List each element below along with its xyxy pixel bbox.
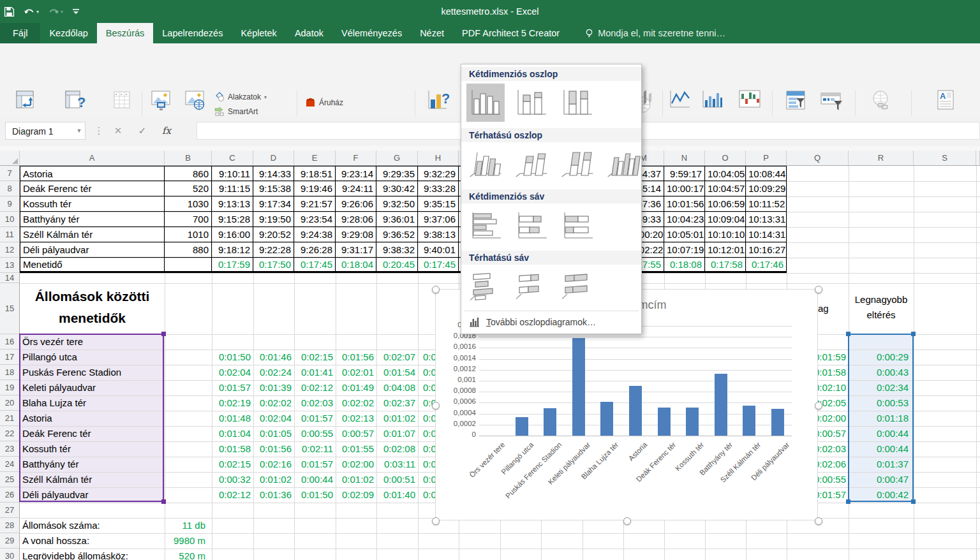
column-header-P[interactable]: P <box>746 151 787 166</box>
chart-type-tile-bar3d-stacked[interactable] <box>512 267 551 306</box>
cell-B9[interactable]: 1030 <box>165 196 212 212</box>
cell-E25[interactable]: 0:00:44 <box>294 472 336 487</box>
cell-D10[interactable]: 9:19:50 <box>253 212 294 227</box>
cell-N12[interactable]: 10:07:19 <box>664 242 705 258</box>
cell-N7[interactable]: 9:59:17 <box>664 166 705 181</box>
cell-G20[interactable]: 0:02:37 <box>376 395 418 411</box>
chart-type-tile-col-100[interactable] <box>558 84 597 122</box>
tab-beszuras[interactable]: Beszúrás <box>97 23 153 43</box>
cell-H8[interactable]: 9:33:28 <box>418 181 459 196</box>
chart-type-tile-col-clustered[interactable] <box>466 84 505 122</box>
cell-F11[interactable]: 9:29:08 <box>336 227 376 242</box>
stat-value-29[interactable]: 9980 m <box>165 533 212 549</box>
cell-H7[interactable]: 9:32:29 <box>418 166 459 181</box>
cell-O13[interactable]: 0:17:58 <box>705 258 746 273</box>
cell-F10[interactable]: 9:28:06 <box>336 212 376 227</box>
cell-D13[interactable]: 0:17:50 <box>253 258 294 273</box>
cell-A13[interactable]: Menetidő <box>20 258 165 273</box>
cell-G7[interactable]: 9:29:35 <box>376 166 418 181</box>
cell-P12[interactable]: 10:16:27 <box>746 242 787 258</box>
cell-E9[interactable]: 9:21:57 <box>294 196 336 212</box>
cell-G23[interactable]: 0:02:08 <box>376 441 418 457</box>
cell-C10[interactable]: 9:15:28 <box>212 212 253 227</box>
shapes-button[interactable]: Alakzatok▾ <box>214 92 267 102</box>
cell-A7[interactable]: Astoria <box>20 166 165 181</box>
cell-C19[interactable]: 0:01:57 <box>212 380 253 395</box>
column-header-F[interactable]: F <box>336 151 376 166</box>
cell-E24[interactable]: 0:01:57 <box>294 457 336 472</box>
cell-F17[interactable]: 0:01:56 <box>336 350 376 365</box>
cell-G26[interactable]: 0:01:40 <box>376 487 418 503</box>
cell-G10[interactable]: 9:36:01 <box>376 212 418 227</box>
cell-E13[interactable]: 0:17:45 <box>294 258 336 273</box>
fx-icon[interactable]: fx <box>158 122 175 140</box>
cell-D26[interactable]: 0:01:36 <box>253 487 294 503</box>
chart-bar-4[interactable] <box>600 402 613 436</box>
chart-resize-handle[interactable] <box>432 286 440 293</box>
chart-category-range-border[interactable] <box>19 334 164 502</box>
cell-E7[interactable]: 9:18:51 <box>294 166 336 181</box>
chart-bar-10[interactable] <box>771 409 784 436</box>
cell-G8[interactable]: 9:30:42 <box>376 181 418 196</box>
cell-C21[interactable]: 0:01:48 <box>212 411 253 426</box>
undo-button[interactable]: ▾ <box>24 6 39 17</box>
row-header-24[interactable]: 24 <box>0 457 20 472</box>
stat-value-30[interactable]: 520 m <box>165 549 212 560</box>
cell-C8[interactable]: 9:11:15 <box>212 181 253 196</box>
cell-F20[interactable]: 0:02:02 <box>336 395 376 411</box>
chart-bar-3[interactable] <box>572 338 585 436</box>
cell-F19[interactable]: 0:01:49 <box>336 380 376 395</box>
tab-velemenyezes[interactable]: Véleményezés <box>332 23 411 43</box>
chart-type-tile-bar-stacked[interactable] <box>512 206 551 244</box>
stat-label-30[interactable]: Legrövidebb állomásköz: <box>20 549 165 560</box>
row-header-27[interactable]: 27 <box>0 503 20 518</box>
store-button[interactable]: Áruház <box>305 97 343 108</box>
cell-P7[interactable]: 10:08:44 <box>746 166 787 181</box>
cell-C26[interactable]: 0:02:12 <box>212 487 253 503</box>
row-header-11[interactable]: 11 <box>0 227 20 242</box>
customize-qat-icon[interactable] <box>72 7 80 16</box>
column-header-A[interactable]: A <box>20 151 165 166</box>
cell-O7[interactable]: 10:04:05 <box>705 166 746 181</box>
cell-D19[interactable]: 0:01:39 <box>253 380 294 395</box>
cell-C25[interactable]: 0:00:32 <box>212 472 253 487</box>
cell-F24[interactable]: 0:02:00 <box>336 457 376 472</box>
save-icon[interactable] <box>4 6 15 17</box>
chart-type-tile-col3d-clustered[interactable] <box>466 145 505 183</box>
cell-O8[interactable]: 10:04:57 <box>705 181 746 196</box>
cell-P8[interactable]: 10:09:29 <box>746 181 787 196</box>
chart-bar-8[interactable] <box>715 374 727 436</box>
column-header-D[interactable]: D <box>253 151 294 166</box>
chart-type-tile-bar3d-clustered[interactable] <box>466 267 505 306</box>
cell-H13[interactable]: 0:17:45 <box>418 258 459 273</box>
column-header-N[interactable]: N <box>664 151 705 166</box>
cell-N13[interactable]: 0:18:08 <box>664 258 705 273</box>
row-header-18[interactable]: 18 <box>0 365 20 380</box>
chart-resize-handle[interactable] <box>623 517 631 525</box>
chart-type-tile-col3d-multi[interactable] <box>604 145 642 183</box>
blue-range-handle[interactable] <box>846 499 850 504</box>
cell-E11[interactable]: 9:24:38 <box>294 227 336 242</box>
cell-G11[interactable]: 9:36:52 <box>376 227 418 242</box>
chart-type-tile-col3d-100[interactable] <box>558 145 597 183</box>
column-header-O[interactable]: O <box>705 151 746 166</box>
cell-D8[interactable]: 9:15:38 <box>253 181 294 196</box>
cell-E12[interactable]: 9:26:28 <box>294 242 336 258</box>
cell-C12[interactable]: 9:18:12 <box>212 242 253 258</box>
cell-C13[interactable]: 0:17:59 <box>212 258 253 273</box>
cell-B13[interactable] <box>165 258 212 273</box>
cell-E26[interactable]: 0:01:50 <box>294 487 336 503</box>
chart-type-tile-col3d-stacked[interactable] <box>512 145 551 183</box>
cell-G21[interactable]: 0:01:02 <box>376 411 418 426</box>
row-header-14[interactable]: 14 <box>0 273 20 283</box>
column-header-G[interactable]: G <box>376 151 418 166</box>
cell-G25[interactable]: 0:00:51 <box>376 472 418 487</box>
column-header-R[interactable]: R <box>849 151 914 166</box>
cell-G13[interactable]: 0:20:45 <box>376 258 418 273</box>
cell-E19[interactable]: 0:02:12 <box>294 380 336 395</box>
cell-F22[interactable]: 0:00:57 <box>336 426 376 441</box>
cell-D21[interactable]: 0:02:04 <box>253 411 294 426</box>
column-header-S[interactable]: S <box>914 151 976 166</box>
cell-N8[interactable]: 10:00:17 <box>664 181 705 196</box>
cell-D18[interactable]: 0:02:24 <box>253 365 294 380</box>
